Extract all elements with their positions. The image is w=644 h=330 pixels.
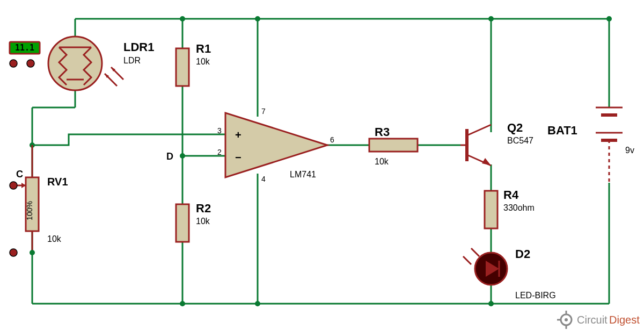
r3-body (369, 139, 418, 152)
svg-line-25 (463, 256, 471, 264)
r4-ref: R4 (503, 188, 519, 202)
rv1-ref: RV1 (47, 176, 68, 188)
probe-dot[interactable] (27, 60, 34, 67)
wire-c-noninv (32, 134, 225, 145)
pin2-label: 2 (217, 148, 222, 156)
r3-ref: R3 (375, 125, 390, 139)
pin4-label: 4 (261, 175, 266, 183)
ldr-symbol (48, 37, 123, 90)
svg-marker-20 (482, 158, 491, 166)
svg-line-18 (467, 125, 491, 135)
svg-point-29 (565, 318, 568, 321)
watermark: Circuit Digest (557, 311, 640, 329)
svg-text:−: − (235, 152, 241, 163)
node (488, 16, 494, 21)
pin6-label: 6 (330, 135, 334, 144)
svg-text:Digest: Digest (609, 314, 640, 326)
pin7-label: 7 (261, 107, 266, 116)
rv1-val: 10k (47, 234, 62, 243)
d2-ref: D2 (515, 247, 530, 261)
r4-body (485, 191, 497, 228)
node-d (180, 153, 185, 159)
bat-ref: BAT1 (547, 124, 577, 137)
r3-val: 10k (375, 157, 389, 166)
rv1-symbol[interactable]: 100% (16, 145, 39, 255)
svg-line-24 (471, 248, 479, 256)
ldr-val: LDR (123, 56, 141, 65)
q2-symbol (460, 125, 491, 166)
probe-dot[interactable] (10, 182, 17, 189)
svg-text:11.1: 11.1 (15, 43, 34, 53)
lcd-readout: 11.1 (10, 42, 40, 54)
svg-text:+: + (235, 129, 241, 141)
probe-dot[interactable] (10, 249, 17, 256)
svg-point-0 (48, 37, 102, 90)
pin3-label: 3 (217, 126, 222, 135)
node (488, 301, 494, 306)
r2-val: 10k (196, 217, 210, 226)
rv1-wiper-text: 100% (25, 201, 34, 220)
svg-point-10 (30, 250, 35, 255)
led-symbol (463, 248, 507, 285)
opamp-symbol: + − (225, 113, 327, 177)
q2-ref: Q2 (507, 121, 523, 134)
r1-val: 10k (196, 57, 210, 66)
r4-val: 330ohm (503, 203, 535, 212)
svg-text:Circuit: Circuit (577, 314, 608, 326)
ldr-ref: LDR1 (123, 40, 154, 54)
probe-dot[interactable] (10, 60, 17, 67)
net-d-label: D (166, 151, 173, 162)
r1-body (176, 48, 189, 86)
schematic-canvas[interactable]: 100% + − 3 2 6 7 4 11.1 C D (0, 0, 644, 330)
d2-val: LED-BIRG (515, 291, 556, 300)
r2-ref: R2 (196, 202, 211, 215)
opamp-ref: LM741 (290, 170, 316, 179)
net-c-label: C (16, 169, 23, 180)
r2-body (176, 204, 189, 242)
svg-marker-13 (225, 113, 327, 177)
bat-val: 9v (625, 146, 634, 155)
r1-ref: R1 (196, 42, 211, 55)
q2-val: BC547 (507, 136, 533, 145)
